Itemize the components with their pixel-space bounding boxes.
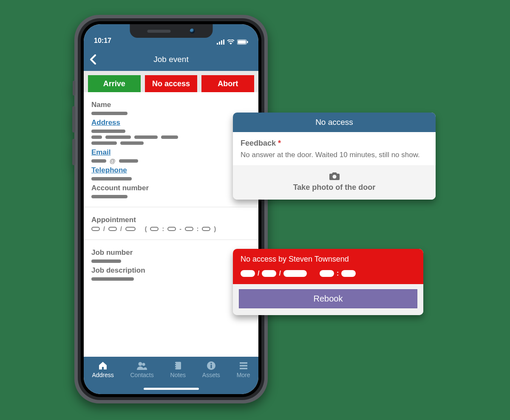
- tab-contacts[interactable]: Contacts: [130, 361, 154, 378]
- menu-icon: [239, 361, 248, 370]
- no-access-card-title: No access: [233, 113, 436, 132]
- feedback-input[interactable]: No answer at the door. Waited 10 minutes…: [241, 150, 428, 160]
- svg-rect-9: [175, 362, 181, 369]
- camera-icon: [329, 171, 340, 180]
- app-header: Job event: [84, 48, 258, 71]
- status-icons: [217, 39, 248, 45]
- phone-notch: [130, 24, 212, 38]
- take-photo-label: Take photo of the door: [293, 183, 376, 192]
- no-access-card: No access Feedback * No answer at the do…: [233, 113, 436, 200]
- phone-screen: 10:17 Job event Arrive No access Abort: [84, 24, 258, 394]
- tab-bar: Address Contacts Notes Assets More: [84, 357, 258, 394]
- contacts-icon: [136, 361, 147, 370]
- rebook-button[interactable]: Rebook: [239, 289, 417, 308]
- signal-icon: [217, 39, 224, 45]
- required-indicator: *: [278, 139, 281, 147]
- feedback-label: Feedback *: [241, 139, 428, 148]
- job-content: Name Address Email @ Telephone: [84, 92, 258, 357]
- svg-rect-18: [240, 368, 247, 369]
- rebook-datetime: // :: [241, 270, 416, 277]
- wifi-icon: [227, 39, 235, 45]
- svg-rect-0: [217, 43, 218, 45]
- svg-rect-1: [219, 42, 220, 45]
- home-icon: [98, 361, 108, 370]
- svg-rect-5: [238, 40, 246, 44]
- back-button[interactable]: [90, 54, 96, 65]
- label-name: Name: [91, 101, 251, 109]
- tab-more[interactable]: More: [237, 361, 250, 378]
- label-job-number: Job number: [91, 248, 251, 257]
- label-telephone[interactable]: Telephone: [91, 166, 251, 175]
- label-email[interactable]: Email: [91, 148, 251, 157]
- svg-rect-12: [174, 367, 176, 368]
- no-access-button[interactable]: No access: [145, 75, 198, 92]
- abort-button[interactable]: Abort: [201, 75, 254, 92]
- notes-icon: [174, 361, 182, 370]
- home-indicator[interactable]: [144, 388, 199, 390]
- label-job-description: Job description: [91, 266, 251, 275]
- phone-mockup: 10:17 Job event Arrive No access Abort: [74, 15, 268, 403]
- svg-rect-3: [223, 39, 224, 45]
- tab-assets[interactable]: Assets: [202, 361, 220, 378]
- status-time: 10:17: [94, 37, 111, 45]
- label-address[interactable]: Address: [91, 118, 251, 127]
- svg-point-8: [142, 363, 145, 366]
- svg-rect-14: [210, 365, 212, 368]
- tab-label: Address: [92, 372, 113, 378]
- svg-rect-17: [240, 365, 247, 367]
- svg-point-15: [210, 363, 212, 364]
- page-title: Job event: [153, 55, 188, 64]
- rebook-title: No access by Steven Townsend: [241, 255, 416, 264]
- tab-label: Assets: [202, 372, 220, 378]
- svg-rect-11: [174, 365, 176, 366]
- take-photo-button[interactable]: Take photo of the door: [233, 165, 436, 200]
- svg-point-19: [332, 175, 336, 178]
- rebook-card: No access by Steven Townsend // : Rebook: [233, 249, 423, 315]
- arrive-button[interactable]: Arrive: [88, 75, 141, 92]
- tab-label: Contacts: [130, 372, 154, 378]
- tab-label: Notes: [170, 372, 186, 378]
- feedback-label-text: Feedback: [241, 139, 276, 147]
- battery-icon: [237, 39, 248, 45]
- info-icon: [207, 361, 216, 370]
- chevron-left-icon: [90, 54, 96, 65]
- svg-rect-6: [247, 41, 248, 43]
- tab-address[interactable]: Address: [92, 361, 113, 378]
- label-account-number: Account number: [91, 184, 251, 192]
- svg-rect-10: [174, 363, 176, 364]
- svg-rect-16: [240, 362, 247, 364]
- tab-label: More: [237, 372, 250, 378]
- svg-rect-2: [221, 40, 222, 45]
- label-appointment: Appointment: [91, 216, 251, 224]
- tab-notes[interactable]: Notes: [170, 361, 186, 378]
- svg-point-7: [139, 362, 142, 366]
